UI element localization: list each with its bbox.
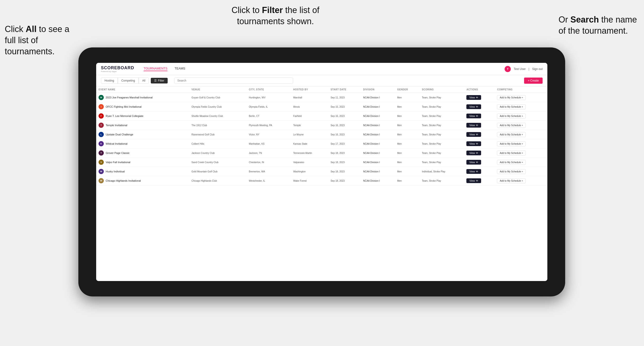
nav-tournaments[interactable]: TOURNAMENTS <box>144 67 168 71</box>
team-logo: V <box>98 160 104 165</box>
venue-cell: Olympia Fields Country Club <box>189 102 246 111</box>
eye-icon: 👁 <box>476 170 478 173</box>
view-button[interactable]: View 👁 <box>466 114 481 118</box>
team-logo: W <box>98 169 104 174</box>
view-button[interactable]: View 👁 <box>466 141 481 146</box>
view-button[interactable]: View 👁 <box>466 95 481 100</box>
eye-icon: 👁 <box>476 106 478 108</box>
team-logo: F <box>98 113 104 119</box>
event-name-cell: W Chicago Highlands Invitational <box>98 178 187 183</box>
add-to-schedule-button[interactable]: Add to My Schedule + <box>497 114 526 119</box>
table-row: K Wildcat Invitational Colbert Hills Man… <box>96 139 547 149</box>
add-to-schedule-button[interactable]: Add to My Schedule + <box>497 169 526 174</box>
sign-out-link[interactable]: Sign out <box>532 67 542 71</box>
hosted-by-cell: Illinois <box>291 102 328 111</box>
event-name: Wildcat Invitational <box>106 142 128 145</box>
table-header: EVENT NAME VENUE CITY, STATE HOSTED BY S… <box>96 86 547 93</box>
city-state-cell: Manhattan, KS <box>246 139 291 149</box>
competing-cell: Add to My Schedule + <box>495 102 547 111</box>
tournaments-table: EVENT NAME VENUE CITY, STATE HOSTED BY S… <box>96 86 547 185</box>
event-name: Chicago Highlands Invitational <box>106 179 141 182</box>
competing-cell: Add to My Schedule + <box>495 149 547 158</box>
logo-area: SCOREBOARD Powered by clippd <box>101 65 134 73</box>
hosted-by-cell: Temple <box>291 121 328 130</box>
venue-cell: The 1912 Club <box>189 121 246 130</box>
actions-cell: View 👁 <box>464 139 495 149</box>
event-name-cell: V Valpo Fall Invitational <box>98 160 187 165</box>
team-logo: I <box>98 104 104 109</box>
start-date-cell: Sep 16, 2023 <box>328 130 361 139</box>
header-right: T Test User | Sign out <box>504 66 542 72</box>
view-button[interactable]: View 👁 <box>466 104 481 109</box>
division-cell: NCAA Division I <box>361 176 395 185</box>
add-to-schedule-button[interactable]: Add to My Schedule + <box>497 178 526 183</box>
venue-cell: Ravenwood Golf Club <box>189 130 246 139</box>
col-venue: VENUE <box>189 86 246 93</box>
hosted-by-cell: Marshall <box>291 93 328 102</box>
add-to-schedule-button[interactable]: Add to My Schedule + <box>497 95 526 100</box>
table-row: I OFCC Fighting Illini Invitational Olym… <box>96 102 547 111</box>
view-button[interactable]: View 👁 <box>466 151 481 155</box>
view-button[interactable]: View 👁 <box>466 169 481 174</box>
event-name: Temple Invitational <box>106 124 127 127</box>
actions-cell: View 👁 <box>464 121 495 130</box>
create-button[interactable]: + Create <box>524 78 542 84</box>
division-cell: NCAA Division I <box>361 93 395 102</box>
table-row: T Grover Page Classic Jackson Country Cl… <box>96 149 547 158</box>
actions-cell: View 👁 <box>464 167 495 176</box>
tab-competing[interactable]: Competing <box>118 78 139 84</box>
start-date-cell: Sep 11, 2023 <box>328 93 361 102</box>
tab-all[interactable]: All <box>139 78 149 84</box>
event-name-cell: L Upstate Dual Challenge <box>98 132 187 137</box>
add-to-schedule-button[interactable]: Add to My Schedule + <box>497 123 526 128</box>
add-to-schedule-button[interactable]: Add to My Schedule + <box>497 141 526 146</box>
competing-cell: Add to My Schedule + <box>495 93 547 102</box>
table-container: EVENT NAME VENUE CITY, STATE HOSTED BY S… <box>96 86 547 281</box>
gender-cell: Men <box>395 176 419 185</box>
eye-icon: 👁 <box>476 143 478 145</box>
col-actions: ACTIONS <box>464 86 495 93</box>
city-state-cell: Plymouth Meeting, PA <box>246 121 291 130</box>
team-logo: W <box>98 178 104 183</box>
scoring-cell: Team, Stroke Play <box>419 130 464 139</box>
actions-cell: View 👁 <box>464 102 495 111</box>
competing-cell: Add to My Schedule + <box>495 121 547 130</box>
team-logo: T <box>98 123 104 128</box>
event-name-cell: W Husky Individual <box>98 169 187 174</box>
event-name: Valpo Fall Invitational <box>106 161 130 164</box>
app-logo: SCOREBOARD <box>101 65 134 70</box>
event-name-cell: M 2023 Joe Feaganes Marshall Invitationa… <box>98 95 187 100</box>
header-separator: | <box>528 67 529 71</box>
nav-teams[interactable]: TEAMS <box>174 67 185 71</box>
add-to-schedule-button[interactable]: Add to My Schedule + <box>497 132 526 137</box>
filter-button[interactable]: ☰ Filter <box>151 78 168 83</box>
city-state-cell: Berlin, CT <box>246 111 291 121</box>
start-date-cell: Sep 16, 2023 <box>328 121 361 130</box>
scoring-cell: Team, Stroke Play <box>419 111 464 121</box>
hosted-by-cell: Washington <box>291 167 328 176</box>
scoring-cell: Team, Stroke Play <box>419 139 464 149</box>
venue-cell: Guyan Golf & Country Club <box>189 93 246 102</box>
tab-hosting[interactable]: Hosting <box>101 78 118 84</box>
start-date-cell: Sep 16, 2023 <box>328 111 361 121</box>
search-input[interactable] <box>174 78 293 84</box>
view-button[interactable]: View 👁 <box>466 123 481 128</box>
eye-icon: 👁 <box>476 124 478 127</box>
view-button[interactable]: View 👁 <box>466 160 481 165</box>
scoring-cell: Team, Stroke Play <box>419 93 464 102</box>
view-button[interactable]: View 👁 <box>466 178 481 183</box>
add-to-schedule-button[interactable]: Add to My Schedule + <box>497 151 526 156</box>
view-button[interactable]: View 👁 <box>466 132 481 137</box>
hosted-by-cell: Valparaiso <box>291 158 328 167</box>
table-row: V Valpo Fall Invitational Sand Creek Cou… <box>96 158 547 167</box>
gender-cell: Men <box>395 121 419 130</box>
competing-cell: Add to My Schedule + <box>495 111 547 121</box>
add-to-schedule-button[interactable]: Add to My Schedule + <box>497 160 526 165</box>
venue-cell: Colbert Hills <box>189 139 246 149</box>
eye-icon: 👁 <box>476 152 478 154</box>
add-to-schedule-button[interactable]: Add to My Schedule + <box>497 104 526 109</box>
event-name-cell: F Ryan T. Lee Memorial Collegiate <box>98 113 187 119</box>
event-name-cell: T Temple Invitational <box>98 123 187 128</box>
division-cell: NCAA Division I <box>361 102 395 111</box>
col-gender: GENDER <box>395 86 419 93</box>
